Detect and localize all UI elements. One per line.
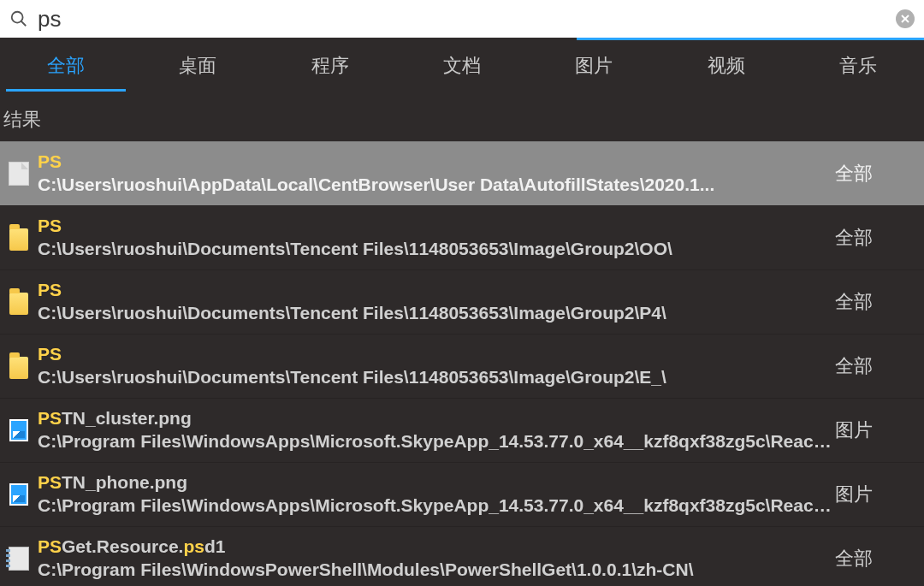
result-text: PSC:\Users\ruoshui\Documents\Tencent Fil… bbox=[34, 335, 835, 397]
result-category: 图片 bbox=[835, 417, 924, 443]
result-row[interactable]: PSTN_phone.pngC:\Program Files\WindowsAp… bbox=[0, 462, 924, 526]
search-input[interactable] bbox=[38, 6, 886, 33]
tab-3[interactable]: 文档 bbox=[396, 40, 528, 92]
tab-1[interactable]: 桌面 bbox=[132, 40, 264, 92]
image-icon bbox=[0, 399, 34, 462]
result-title: PS bbox=[38, 278, 832, 301]
results-heading: 结果 bbox=[0, 92, 924, 141]
tab-label: 文档 bbox=[443, 53, 481, 79]
folder-icon bbox=[0, 334, 34, 398]
result-row[interactable]: PSC:\Users\ruoshui\Documents\Tencent Fil… bbox=[0, 205, 924, 269]
notepad-icon bbox=[0, 527, 34, 586]
clear-button[interactable] bbox=[886, 0, 924, 38]
file-icon bbox=[0, 142, 34, 205]
tab-label: 程序 bbox=[311, 53, 349, 79]
result-path: C:\Users\ruoshui\Documents\Tencent Files… bbox=[38, 365, 832, 389]
result-title: PS bbox=[38, 342, 832, 365]
result-title: PSTN_cluster.png bbox=[38, 406, 832, 429]
result-text: PSC:\Users\ruoshui\Documents\Tencent Fil… bbox=[34, 271, 835, 333]
result-path: C:\Users\ruoshui\AppData\Local\CentBrows… bbox=[38, 173, 832, 197]
svg-line-1 bbox=[21, 21, 27, 27]
search-icon bbox=[0, 0, 38, 38]
tab-0[interactable]: 全部 bbox=[0, 40, 132, 92]
results-list: PSC:\Users\ruoshui\AppData\Local\CentBro… bbox=[0, 141, 924, 586]
result-category: 全部 bbox=[835, 546, 924, 571]
close-icon bbox=[896, 9, 915, 28]
result-path: C:\Program Files\WindowsPowerShell\Modul… bbox=[38, 558, 832, 582]
result-row[interactable]: PSC:\Users\ruoshui\AppData\Local\CentBro… bbox=[0, 141, 924, 205]
folder-icon bbox=[0, 270, 34, 334]
search-bar bbox=[0, 0, 924, 38]
result-category: 全部 bbox=[835, 225, 924, 251]
tab-label: 图片 bbox=[575, 53, 613, 79]
result-row[interactable]: PSC:\Users\ruoshui\Documents\Tencent Fil… bbox=[0, 334, 924, 398]
tab-label: 视频 bbox=[708, 53, 745, 79]
result-text: PSC:\Users\ruoshui\Documents\Tencent Fil… bbox=[34, 207, 835, 269]
result-path: C:\Program Files\WindowsApps\Microsoft.S… bbox=[38, 429, 832, 453]
result-title: PS bbox=[38, 214, 832, 237]
result-path: C:\Users\ruoshui\Documents\Tencent Files… bbox=[38, 237, 832, 261]
svg-point-0 bbox=[12, 12, 23, 23]
result-text: PSTN_phone.pngC:\Program Files\WindowsAp… bbox=[34, 464, 835, 525]
result-row[interactable]: PSGet.Resource.psd1C:\Program Files\Wind… bbox=[0, 526, 924, 586]
tab-bar: 全部桌面程序文档图片视频音乐 bbox=[0, 40, 924, 92]
result-category: 图片 bbox=[835, 482, 924, 507]
result-path: C:\Users\ruoshui\Documents\Tencent Files… bbox=[38, 301, 832, 325]
tab-6[interactable]: 音乐 bbox=[792, 40, 924, 92]
result-title: PS bbox=[38, 150, 832, 173]
result-text: PSTN_cluster.pngC:\Program Files\Windows… bbox=[34, 400, 835, 461]
result-row[interactable]: PSC:\Users\ruoshui\Documents\Tencent Fil… bbox=[0, 269, 924, 334]
result-path: C:\Program Files\WindowsApps\Microsoft.S… bbox=[38, 494, 832, 518]
tab-4[interactable]: 图片 bbox=[528, 40, 660, 92]
tab-5[interactable]: 视频 bbox=[660, 40, 791, 92]
tab-label: 全部 bbox=[47, 53, 85, 79]
result-category: 全部 bbox=[835, 353, 924, 379]
result-category: 全部 bbox=[835, 289, 924, 315]
result-row[interactable]: PSTN_cluster.pngC:\Program Files\Windows… bbox=[0, 398, 924, 462]
folder-icon bbox=[0, 206, 34, 269]
tab-2[interactable]: 程序 bbox=[264, 40, 396, 92]
tab-label: 桌面 bbox=[179, 53, 216, 79]
result-text: PSGet.Resource.psd1C:\Program Files\Wind… bbox=[34, 528, 835, 586]
result-title: PSTN_phone.png bbox=[38, 471, 832, 494]
result-category: 全部 bbox=[835, 161, 924, 186]
result-text: PSC:\Users\ruoshui\AppData\Local\CentBro… bbox=[34, 143, 835, 204]
result-title: PSGet.Resource.psd1 bbox=[38, 535, 832, 558]
tab-label: 音乐 bbox=[839, 53, 877, 79]
image-icon bbox=[0, 463, 34, 526]
